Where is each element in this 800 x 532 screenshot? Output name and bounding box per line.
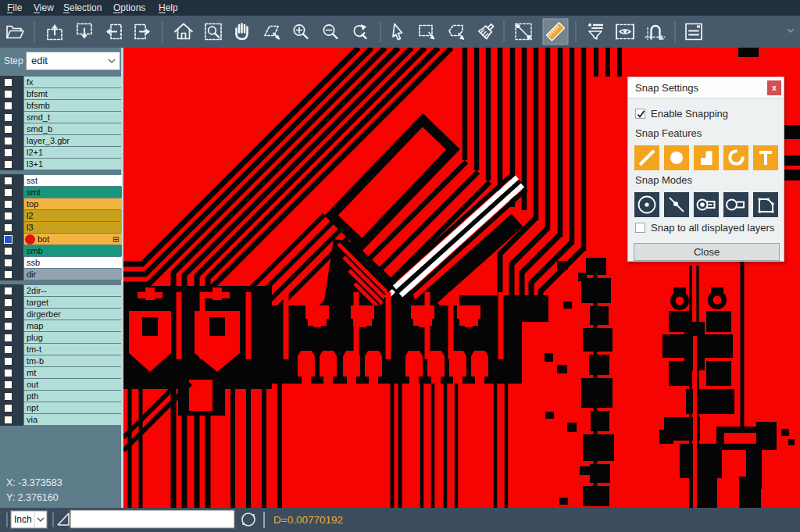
svg-text:Inch: Inch [14,514,32,525]
svg-text:D=0.00770192: D=0.00770192 [273,514,343,526]
